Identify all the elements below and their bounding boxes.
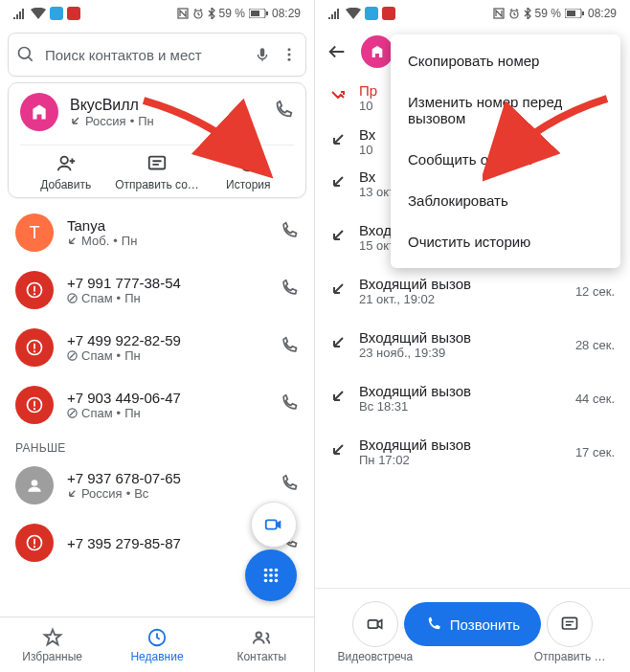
call-button[interactable]: Позвонить: [424, 602, 521, 662]
clock-icon: [146, 627, 168, 648]
phone-right: 59 % 08:29 Пр 10 Вх 10 Вх: [315, 0, 630, 672]
block-icon: [67, 408, 78, 418]
status-left: [13, 7, 80, 20]
svg-point-33: [269, 573, 273, 577]
incoming-call-icon: [330, 389, 346, 408]
svg-point-30: [269, 569, 273, 572]
avatar: [15, 466, 54, 504]
search-placeholder: Поиск контактов и мест: [45, 47, 244, 63]
fab-dialpad[interactable]: [245, 549, 297, 601]
signal-icon: [328, 8, 342, 19]
incoming-call-icon: [330, 281, 346, 301]
call-icon[interactable]: [280, 474, 299, 497]
svg-rect-13: [34, 286, 35, 292]
fab-video[interactable]: [251, 502, 297, 548]
action-add[interactable]: Добавить: [20, 153, 110, 191]
search-icon: [16, 45, 35, 64]
notification-badge: [67, 7, 80, 20]
action-history[interactable]: История: [203, 153, 293, 191]
battery-percent: 59 %: [535, 7, 561, 20]
contact-avatar: [20, 93, 58, 131]
missed-call-icon: [330, 89, 346, 107]
more-icon[interactable]: [281, 46, 298, 63]
history-row[interactable]: Входящий вызов23 нояб., 19:39 28 сек.: [315, 318, 630, 371]
menu-clear-history[interactable]: Очистить историю: [391, 221, 620, 262]
status-right: 59 % 08:29: [493, 7, 617, 20]
outgoing-arrow-icon: [67, 488, 78, 499]
star-icon: [42, 627, 63, 648]
search-bar[interactable]: Поиск контактов и мест: [8, 33, 306, 77]
menu-edit-before-call[interactable]: Изменить номер перед вызовом: [391, 81, 620, 139]
incoming-call-icon: [330, 442, 346, 461]
list-item[interactable]: +7 991 777-38-54 Спам•Пн: [0, 261, 314, 319]
list-item[interactable]: +7 903 449-06-47 Спам•Пн: [0, 376, 314, 434]
svg-point-35: [264, 579, 268, 583]
telegram-badge: [50, 7, 63, 20]
notification-badge: [382, 7, 395, 20]
incoming-call-icon: [330, 174, 346, 193]
message-icon: [146, 153, 168, 174]
history-row[interactable]: Входящий вызовПн 17:02 17 сек.: [315, 425, 630, 479]
clock-text: 08:29: [272, 7, 301, 20]
avatar: T: [15, 213, 54, 252]
spam-avatar: [15, 524, 54, 562]
context-menu: Скопировать номер Изменить номер перед в…: [391, 34, 620, 268]
wifi-icon: [346, 8, 361, 19]
call-action-bar: Видеовстреча Позвонить Отправить …: [315, 588, 630, 672]
contact-sub: Россия • Пн: [70, 114, 261, 128]
nav-favorites[interactable]: Избранные: [0, 617, 104, 672]
mic-icon[interactable]: [254, 46, 271, 63]
person-add-icon: [56, 153, 77, 174]
nfc-icon: [177, 8, 189, 19]
contact-card[interactable]: ВкусВилл Россия • Пн Добавить: [8, 82, 306, 198]
history-row[interactable]: Входящий вызовВс 18:31 44 сек.: [315, 371, 630, 425]
incoming-call-icon: [330, 228, 346, 247]
signal-icon: [13, 8, 27, 19]
svg-rect-44: [582, 11, 584, 15]
menu-report-spam[interactable]: Сообщить о спаме: [391, 139, 620, 180]
menu-block[interactable]: Заблокировать: [391, 180, 620, 221]
telegram-badge: [365, 7, 378, 20]
contacts-icon: [251, 627, 272, 648]
incoming-call-icon: [330, 132, 346, 151]
back-icon[interactable]: [326, 41, 348, 62]
svg-point-24: [32, 480, 38, 486]
phone-icon: [425, 616, 442, 633]
alarm-icon: [192, 8, 204, 19]
list-item[interactable]: T Tanya Моб.•Пн: [0, 204, 314, 261]
svg-rect-26: [34, 539, 35, 545]
section-earlier: РАНЬШЕ: [0, 434, 314, 457]
call-icon[interactable]: [280, 279, 299, 302]
video-icon: [366, 615, 385, 634]
svg-rect-43: [567, 11, 575, 16]
svg-rect-45: [368, 620, 377, 628]
call-icon[interactable]: [280, 221, 299, 244]
block-icon: [67, 350, 78, 361]
nav-recent[interactable]: Недавние: [104, 617, 209, 672]
svg-rect-4: [266, 11, 268, 15]
send-message-button[interactable]: Отправить …: [522, 601, 619, 663]
incoming-call-icon: [330, 335, 346, 354]
nav-contacts[interactable]: Контакты: [210, 617, 314, 672]
action-message[interactable]: Отправить со…: [112, 153, 202, 191]
menu-copy-number[interactable]: Скопировать номер: [391, 40, 620, 81]
contact-avatar: [361, 35, 394, 68]
svg-point-34: [275, 573, 279, 577]
call-icon[interactable]: [280, 336, 299, 359]
svg-point-9: [288, 58, 291, 61]
list-item[interactable]: +7 499 922-82-59 Спам•Пн: [0, 319, 314, 376]
call-icon[interactable]: [273, 100, 294, 124]
svg-point-39: [257, 632, 262, 638]
svg-rect-17: [34, 344, 35, 349]
history-row[interactable]: Входящий вызов21 окт., 19:02 12 сек.: [315, 264, 630, 318]
spam-avatar: [15, 328, 54, 367]
svg-point-7: [288, 48, 291, 51]
call-icon[interactable]: [280, 393, 299, 416]
wifi-icon: [31, 8, 46, 19]
outgoing-arrow-icon: [70, 115, 81, 126]
nfc-icon: [493, 8, 505, 19]
svg-point-5: [19, 48, 31, 59]
svg-point-31: [275, 569, 279, 572]
status-bar: 59 % 08:29: [0, 0, 314, 27]
block-icon: [67, 293, 78, 303]
